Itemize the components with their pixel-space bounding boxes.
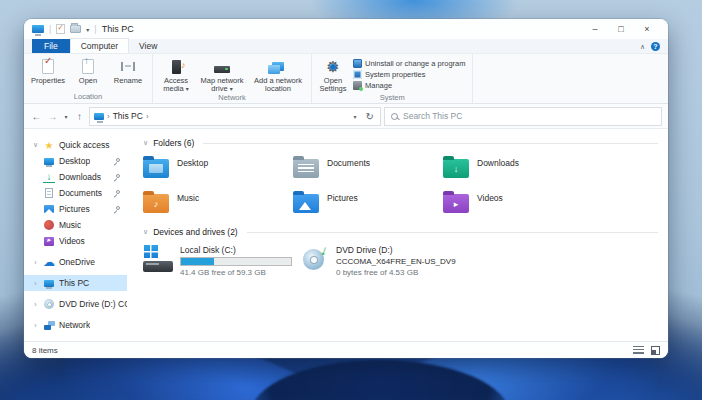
large-icons-view-icon[interactable]: [651, 346, 660, 355]
folder-item-pictures[interactable]: Pictures: [293, 191, 443, 213]
refresh-icon[interactable]: ↻: [364, 111, 376, 122]
folder-label: Downloads: [477, 156, 519, 168]
sidebar-item-label: Documents: [59, 188, 102, 198]
expand-chevron-icon[interactable]: ∨: [32, 141, 39, 149]
pin-icon: [116, 206, 120, 210]
drive-item-dvd[interactable]: ↓ DVD Drive (D:) CCCOMA_X64FRE_EN-US_DV9…: [301, 245, 658, 277]
videos-folder-icon: ▸: [443, 194, 469, 213]
pictures-icon: [43, 203, 55, 215]
breadcrumb-chevron-icon: ›: [107, 112, 110, 121]
sidebar-item-dvd-drive[interactable]: › DVD Drive (D:) CCCO: [24, 296, 127, 312]
downloads-icon: ↓: [43, 172, 55, 183]
status-bar: 8 items: [24, 341, 668, 358]
window-title: This PC: [102, 24, 134, 34]
system-properties-button[interactable]: System properties: [353, 70, 465, 79]
sidebar-item-label: Videos: [59, 236, 85, 246]
drive-free-space: 41.4 GB free of 59.3 GB: [180, 268, 292, 277]
folder-label: Music: [177, 191, 199, 203]
ribbon-group-network: Access media ▾ Map network drive ▾ Add a…: [153, 54, 312, 103]
back-button[interactable]: ←: [30, 111, 43, 122]
expand-chevron-icon[interactable]: ›: [32, 322, 39, 329]
button-label: Open Settings: [317, 77, 349, 93]
titlebar[interactable]: | ▾ | This PC – □ ×: [24, 19, 668, 39]
system-properties-icon: [353, 70, 362, 79]
expand-chevron-icon[interactable]: ›: [32, 259, 39, 266]
dvd-drive-icon: [43, 298, 55, 310]
drives-section-header[interactable]: ∨ Devices and drives (2): [143, 227, 658, 237]
ribbon: ✓ Properties ↑ Open Rename Location: [24, 54, 668, 104]
close-button[interactable]: ×: [634, 24, 660, 34]
access-media-button[interactable]: Access media ▾: [158, 57, 194, 93]
folders-section-header[interactable]: ∨ Folders (6): [143, 138, 658, 148]
tab-view[interactable]: View: [129, 39, 167, 53]
sidebar-item-downloads[interactable]: ↓ Downloads: [24, 169, 127, 185]
forward-button[interactable]: →: [46, 111, 59, 122]
sidebar-item-music[interactable]: Music: [24, 217, 127, 233]
drive-item-local-disk[interactable]: Local Disk (C:) 41.4 GB free of 59.3 GB: [143, 245, 301, 277]
recent-locations-caret-icon[interactable]: ▾: [62, 113, 70, 120]
desktop-wallpaper: | ▾ | This PC – □ × File Computer View ∧…: [0, 0, 702, 400]
folder-item-desktop[interactable]: Desktop: [143, 156, 293, 178]
local-disk-icon: [143, 245, 173, 272]
expand-chevron-icon[interactable]: ›: [32, 301, 39, 308]
folder-item-downloads[interactable]: ↓ Downloads: [443, 156, 593, 178]
new-folder-shortcut-icon[interactable]: [70, 25, 81, 33]
help-icon[interactable]: ?: [651, 42, 660, 51]
sidebar-item-documents[interactable]: Documents: [24, 185, 127, 201]
add-network-location-button[interactable]: Add a network location: [250, 57, 306, 93]
tab-file[interactable]: File: [32, 39, 70, 53]
section-rule: [247, 232, 658, 233]
up-button[interactable]: ↑: [73, 111, 86, 122]
uninstall-icon: [353, 59, 362, 68]
tab-computer[interactable]: Computer: [70, 38, 129, 53]
properties-button[interactable]: ✓ Properties: [29, 57, 67, 85]
address-bar[interactable]: › This PC › ▾ ↻: [89, 107, 381, 126]
sidebar-item-label: OneDrive: [59, 257, 95, 267]
sidebar-item-pictures[interactable]: Pictures: [24, 201, 127, 217]
button-label: Properties: [31, 77, 65, 85]
open-settings-button[interactable]: ⚙ Open Settings: [317, 57, 349, 93]
folder-item-music[interactable]: ♪ Music: [143, 191, 293, 213]
manage-button[interactable]: Manage: [353, 81, 465, 90]
sidebar-item-desktop[interactable]: Desktop: [24, 153, 127, 169]
collapse-section-chevron-icon[interactable]: ∨: [143, 139, 148, 147]
drive-name: Local Disk (C:): [180, 245, 292, 255]
music-icon: [43, 219, 55, 231]
details-view-icon[interactable]: [633, 346, 644, 354]
videos-icon: [43, 235, 55, 247]
navigation-pane: ∨ ★ Quick access Desktop ↓ Downloads Doc…: [24, 129, 127, 341]
uninstall-program-button[interactable]: Uninstall or change a program: [353, 59, 465, 68]
pin-icon: [116, 158, 120, 162]
folder-item-documents[interactable]: Documents: [293, 156, 443, 178]
sidebar-item-quick-access[interactable]: ∨ ★ Quick access: [24, 137, 127, 153]
breadcrumb[interactable]: This PC: [113, 111, 143, 121]
minimize-button[interactable]: –: [582, 24, 608, 34]
address-dropdown-caret-icon[interactable]: ▾: [350, 113, 361, 120]
manage-icon: [353, 81, 362, 90]
this-pc-icon: [32, 25, 44, 33]
customize-toolbar-caret-icon[interactable]: ▾: [86, 26, 89, 33]
open-button[interactable]: ↑ Open: [69, 57, 107, 85]
maximize-button[interactable]: □: [608, 24, 634, 34]
separator: |: [94, 24, 96, 34]
drives-grid: Local Disk (C:) 41.4 GB free of 59.3 GB …: [143, 245, 658, 277]
sidebar-item-this-pc[interactable]: › This PC: [24, 275, 127, 291]
folder-item-videos[interactable]: ▸ Videos: [443, 191, 593, 213]
section-title: Folders (6): [153, 138, 194, 148]
map-network-drive-button[interactable]: Map network drive ▾: [196, 57, 248, 93]
expand-chevron-icon[interactable]: ›: [32, 280, 39, 287]
pin-icon: [116, 190, 120, 194]
sidebar-item-videos[interactable]: Videos: [24, 233, 127, 249]
this-pc-icon: [94, 113, 104, 120]
button-label: Rename: [114, 77, 142, 85]
search-box[interactable]: Search This PC: [384, 107, 662, 126]
button-label: Uninstall or change a program: [365, 59, 465, 68]
window-controls: – □ ×: [582, 24, 660, 34]
sidebar-item-onedrive[interactable]: › ☁ OneDrive: [24, 254, 127, 270]
collapse-ribbon-icon[interactable]: ∧: [640, 43, 645, 51]
group-label-location: Location: [29, 92, 147, 103]
sidebar-item-network[interactable]: › Network: [24, 317, 127, 333]
collapse-section-chevron-icon[interactable]: ∨: [143, 228, 148, 236]
rename-button[interactable]: Rename: [109, 57, 147, 85]
properties-shortcut-icon[interactable]: [56, 24, 65, 34]
